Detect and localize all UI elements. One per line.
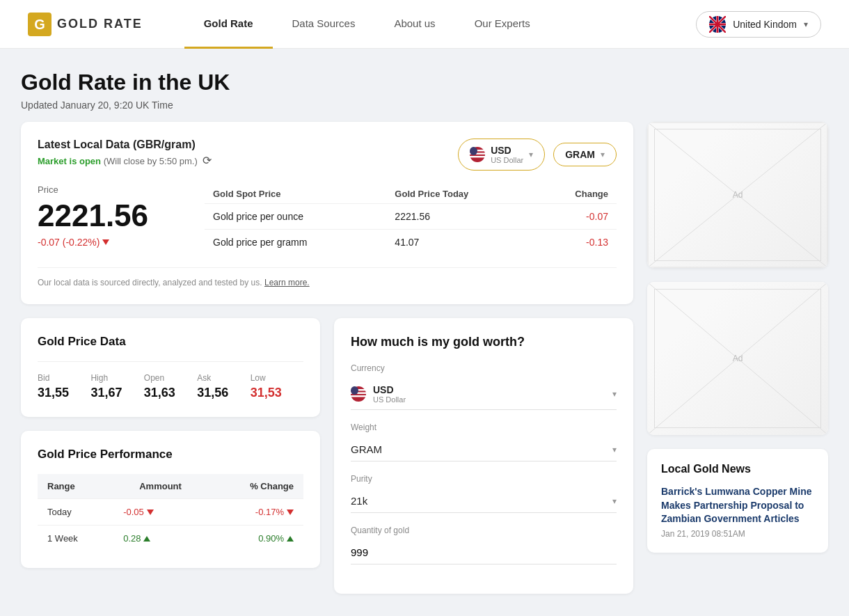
perf-col-amount: Ammount [113,474,207,499]
worth-currency-code: USD [373,384,406,395]
bid-label: Ask [197,373,250,383]
bid-value-low: 31,53 [251,386,303,400]
news-item: Barrick's Lumwana Copper Mine Makes Part… [661,485,814,539]
bid-value: 31,56 [197,386,250,400]
weight-value: GRAM [351,443,382,455]
currency-name: US Dollar [491,156,523,164]
chevron-down-icon: ▾ [612,496,617,506]
us-flag-icon [470,147,485,162]
chevron-down-icon: ▾ [601,150,605,159]
amount-pos: 0.28 [123,533,198,544]
worth-calc-card: How much is my gold worth? Currency USD [334,318,633,594]
svg-rect-13 [470,156,485,157]
pct-value: -0.17% [255,507,284,517]
page-subtitle: Updated January 20, 9:20 UK Time [21,100,828,111]
quantity-label: Quantity of gold [351,526,617,535]
pct-value: 0.90% [258,533,284,544]
uk-flag-icon [709,16,726,33]
bid-value: 31,67 [90,386,143,400]
bid-item-low: Low 31,53 [251,373,303,400]
bottom-left: Gold Price Data Bid 31,55 High 31,67 Ope… [21,318,320,594]
gold-price-data-card: Gold Price Data Bid 31,55 High 31,67 Ope… [21,318,320,417]
row-today: 2221.56 [386,204,534,230]
country-selector[interactable]: United Kindom ▾ [696,11,821,38]
pct-neg: -0.17% [217,507,294,517]
row-change: -0.07 [534,204,617,230]
latest-card-header: Latest Local Data (GBR/gram) Market is o… [38,139,617,171]
price-label: Price [38,184,177,195]
bid-row: Bid 31,55 High 31,67 Open 31,63 Ask [38,361,303,400]
bid-item-open: Open 31,63 [144,373,197,400]
logo[interactable]: G GOLD RATE [28,13,143,36]
learn-more-link[interactable]: Learn more. [264,278,310,287]
perf-pct: 0.90% [207,526,303,552]
perf-pct: -0.17% [207,499,303,526]
quantity-input[interactable] [351,541,617,564]
price-table: Gold Spot Price Gold Price Today Change … [205,184,617,255]
nav-links: Gold Rate Data Sources About us Our Expe… [184,0,697,49]
chevron-down-icon: ▾ [612,389,617,399]
nav-link-about-us[interactable]: About us [374,0,454,49]
bid-item-bid: Bid 31,55 [38,373,90,400]
currency-selectors: USD US Dollar ▾ GRAM ▾ [458,139,617,171]
triangle-down-icon [102,239,109,245]
price-table-wrap: Price 2221.56 -0.07 (-0.22%) Gold Spot P… [38,184,617,255]
nav-link-gold-rate[interactable]: Gold Rate [184,0,273,49]
worth-currency-name: US Dollar [373,395,406,404]
row-label: Gold price per gramm [205,230,386,255]
news-card: Local Gold News Barrick's Lumwana Copper… [647,449,828,553]
news-title: Local Gold News [661,463,814,475]
chevron-down-icon: ▾ [804,19,808,29]
gold-data-title: Gold Price Data [38,335,303,349]
worth-title: How much is my gold worth? [351,335,617,349]
col-change: Change [534,184,617,204]
main-grid: Latest Local Data (GBR/gram) Market is o… [7,122,842,616]
us-flag-icon [351,386,366,402]
price-change-value: -0.07 (-0.22%) [38,237,100,248]
logo-icon: G [28,13,51,36]
currency-usd-btn[interactable]: USD US Dollar ▾ [458,139,545,171]
table-row: Gold price per gramm 41.07 -0.13 [205,230,617,255]
left-section: Latest Local Data (GBR/gram) Market is o… [21,122,633,594]
refresh-icon[interactable]: ⟳ [203,155,212,166]
news-item-title[interactable]: Barrick's Lumwana Copper Mine Makes Part… [661,485,814,526]
perf-range: 1 Week [38,526,113,552]
currency-label: Currency [351,363,617,373]
svg-rect-20 [351,386,358,395]
table-row: Today -0.05 -0.17% [38,499,303,526]
latest-title-group: Latest Local Data (GBR/gram) Market is o… [38,139,212,167]
weight-label: Weight [351,422,617,432]
nav-link-our-experts[interactable]: Our Experts [455,0,550,49]
perf-col-pct: % Change [207,474,303,499]
ad-label-2: Ad [733,354,743,363]
perf-title: Gold Price Performance [38,448,303,461]
navbar: G GOLD RATE Gold Rate Data Sources About… [0,0,849,49]
logo-text: GOLD RATE [57,17,143,31]
currency-select[interactable]: USD US Dollar ▾ [351,379,617,410]
news-item-date: Jan 21, 2019 08:51AM [661,529,814,539]
unit-label: GRAM [565,149,595,160]
chevron-down-icon: ▾ [612,445,617,455]
bid-item-high: High 31,67 [90,373,143,400]
perf-amount: -0.05 [113,499,207,526]
svg-rect-15 [470,147,477,155]
row-label: Gold price per ounce [205,204,386,230]
latest-title: Latest Local Data (GBR/gram) [38,139,212,151]
table-row: 1 Week 0.28 0.90% [38,526,303,552]
amount-value: -0.05 [123,507,144,517]
ad-label-1: Ad [733,190,743,200]
ad-box-2: Ad [647,282,828,435]
triangle-up-icon [287,536,294,542]
row-change: -0.13 [534,230,617,255]
triangle-down-icon [147,510,154,515]
purity-select[interactable]: 21k ▾ [351,489,617,513]
col-gold-spot: Gold Spot Price [205,184,386,204]
bid-value: 31,55 [38,386,90,400]
pct-pos: 0.90% [217,533,294,544]
nav-link-data-sources[interactable]: Data Sources [273,0,375,49]
chevron-down-icon: ▾ [529,150,533,159]
unit-gram-btn[interactable]: GRAM ▾ [553,143,617,166]
triangle-up-icon [143,536,150,542]
price-big: 2221.56 [38,200,177,231]
weight-select[interactable]: GRAM ▾ [351,438,617,461]
